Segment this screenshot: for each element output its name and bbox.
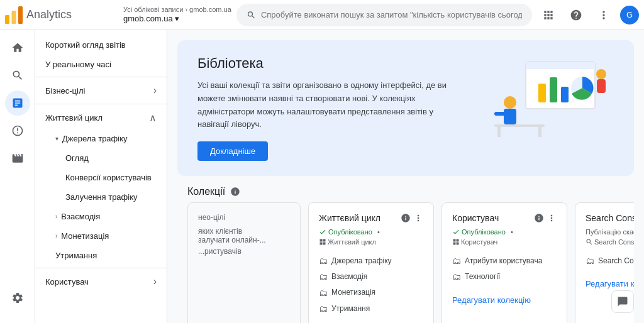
apps-button[interactable] [537, 4, 560, 26]
nav-item-retention[interactable]: Утримання [35, 246, 167, 265]
expand-arrow-icon-3: › [55, 233, 57, 239]
svg-rect-14 [494, 124, 545, 127]
header-actions: G [537, 4, 639, 26]
search-console-card-header: Search Console [586, 213, 634, 223]
apps-icon [542, 9, 555, 21]
main-layout: Короткий огляд звітів У реальному часі Б… [0, 30, 644, 323]
lifecycle-card-title: Життєвий цикл [319, 213, 401, 223]
property-name[interactable]: gmob.com.ua ▾ [123, 14, 231, 25]
nav-item-realtime[interactable]: У реальному часі [35, 55, 167, 74]
svg-rect-11 [494, 112, 507, 116]
app-title: Analytics [26, 8, 72, 21]
hero-text-block: Бібліотека Усі ваші колекції та звіти ор… [197, 55, 465, 161]
app-header: Analytics Усі облікові записи › gmob.com… [0, 0, 644, 30]
nav-item-lifecycle[interactable]: Життєвий цикл ∧ [35, 107, 167, 129]
illustration-svg [475, 55, 614, 143]
placeholder-card-text: нео-цілі яких клієнтівзалучати онлайн-..… [198, 213, 290, 256]
svg-rect-15 [497, 127, 501, 137]
lifecycle-card-status: Опубліковано • Життєвий цикл [319, 228, 423, 246]
user-edit-link[interactable]: Редагувати колекцію [452, 295, 557, 305]
sidebar-icon-home[interactable] [5, 35, 30, 60]
help-button[interactable] [565, 4, 587, 26]
collection-card-user: Користувач Опубліковано • [441, 202, 567, 323]
sc-cancelled-badge: Публікацію скасовано [586, 228, 634, 236]
sidebar-icon-settings[interactable] [5, 285, 30, 310]
icon-sidebar [0, 30, 35, 323]
collection-card-lifecycle: Життєвий цикл Опубліковано • [308, 202, 434, 323]
sidebar-icon-advertising[interactable] [5, 146, 30, 171]
hero-banner: Бібліотека Усі ваші колекції та звіти ор… [177, 40, 634, 176]
collections-wrapper: Колекції нео-цілі яких клієнтівзалучати … [167, 186, 644, 323]
user-card-items: 🗂Атрибути користувача 🗂Технології [452, 253, 557, 285]
nav-item-business-goals[interactable]: Бізнес-цілі › [35, 80, 167, 101]
nav-item-acquisition[interactable]: Залучення трафіку [35, 187, 167, 207]
lifecycle-card-actions [401, 213, 423, 223]
folder-icon-7: 🗂 [586, 253, 594, 269]
nav-item-overview-sub[interactable]: Огляд [35, 148, 167, 168]
feedback-button[interactable] [611, 290, 634, 313]
lifecycle-card-items: 🗂Джерела трафіку 🗂Взаємодія 🗂Монетизація… [319, 253, 423, 317]
svg-rect-2 [18, 6, 23, 24]
sidebar-icon-explore[interactable] [5, 118, 30, 143]
folder-icon-6: 🗂 [452, 269, 461, 285]
folder-icon-1: 🗂 [319, 253, 328, 269]
hero-description: Усі ваші колекції та звіти організовано … [197, 79, 465, 131]
info-icon [230, 187, 240, 197]
hero-title: Бібліотека [197, 55, 465, 72]
chevron-down-icon: ∧ [149, 112, 157, 124]
expand-arrow-icon: ▾ [55, 135, 58, 142]
user-card-status: Опубліковано • Користувач [452, 228, 557, 246]
lifecycle-more-icon[interactable] [413, 213, 423, 223]
lifecycle-info-icon[interactable] [401, 213, 411, 223]
user-info-icon[interactable] [534, 213, 544, 223]
svg-rect-10 [504, 109, 516, 124]
help-icon [570, 9, 582, 21]
nav-item-traffic-sources[interactable]: ▾ Джерела трафіку [35, 129, 167, 148]
check-icon [319, 228, 326, 236]
svg-rect-6 [550, 77, 557, 102]
nav-item-user[interactable]: Користувач › [35, 271, 167, 292]
svg-rect-4 [526, 62, 595, 69]
svg-rect-7 [561, 87, 569, 102]
analytics-logo-icon [5, 6, 23, 24]
main-content: Бібліотека Усі ваші колекції та звіти ор… [167, 30, 644, 323]
nav-sidebar: Короткий огляд звітів У реальному часі Б… [35, 30, 167, 323]
user-card-header: Користувач [452, 213, 557, 223]
nav-item-engagement[interactable]: › Взаємодія [35, 207, 167, 226]
property-block[interactable]: Усі облікові записи › gmob.com.ua gmob.c… [123, 5, 231, 25]
avatar[interactable]: G [620, 6, 639, 25]
folder-icon-3: 🗂 [319, 285, 328, 301]
collections-grid: нео-цілі яких клієнтівзалучати онлайн-..… [177, 202, 634, 323]
more-button[interactable] [592, 4, 615, 26]
svg-rect-16 [538, 127, 541, 137]
logo-block: Analytics [5, 6, 118, 24]
search-icon-sc [586, 238, 593, 246]
svg-rect-0 [5, 15, 9, 24]
learn-more-button[interactable]: Докладніше [197, 141, 268, 161]
folder-icon-5: 🗂 [452, 253, 461, 269]
collections-header: Колекції [177, 186, 634, 202]
sidebar-icon-reports[interactable] [5, 90, 30, 116]
search-bar[interactable] [236, 4, 532, 26]
check-icon-2 [452, 228, 460, 236]
nav-item-conversions[interactable]: Конверсії користувачів [35, 168, 167, 187]
folder-icon-2: 🗂 [319, 269, 328, 285]
folder-icon-4: 🗂 [319, 301, 328, 317]
svg-rect-13 [597, 79, 606, 93]
sc-card-items: 🗂Search Console [586, 253, 634, 269]
search-icon [247, 10, 256, 20]
chat-icon [617, 296, 628, 307]
nav-item-overview[interactable]: Короткий огляд звітів [35, 35, 167, 55]
expand-arrow-icon-2: › [55, 213, 57, 220]
search-console-card-title: Search Console [586, 213, 634, 223]
account-subtitle: Усі облікові записи › gmob.com.ua [123, 5, 231, 14]
nav-item-monetization[interactable]: › Монетизація [35, 226, 167, 246]
user-more-icon[interactable] [547, 213, 557, 223]
collections-title: Колекції [187, 186, 225, 197]
sidebar-icon-search[interactable] [5, 63, 30, 88]
search-input[interactable] [261, 10, 522, 19]
chevron-right-icon-2: › [153, 276, 157, 287]
sc-edit-link[interactable]: Редагувати колекцію [586, 279, 634, 288]
grid-icon-lifecycle [319, 238, 326, 246]
grid-icon-user [452, 238, 460, 246]
